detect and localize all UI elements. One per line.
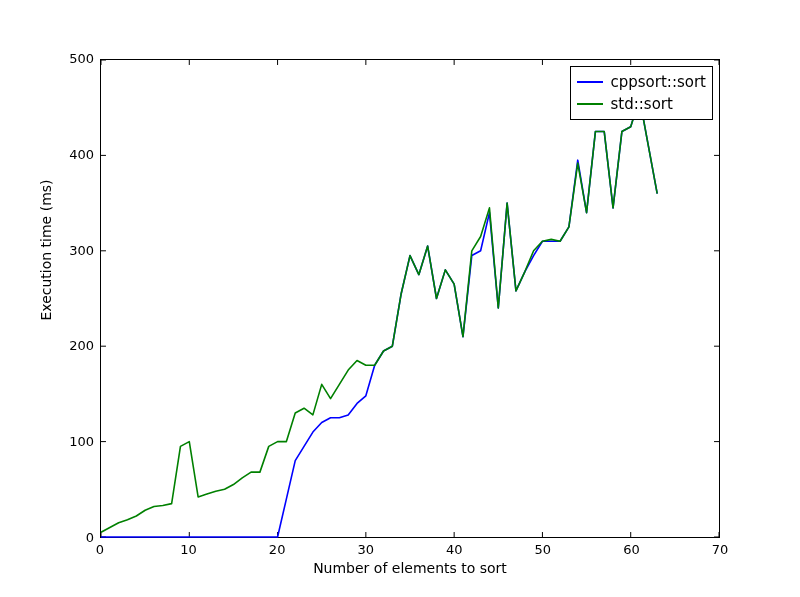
x-axis-label: Number of elements to sort: [100, 560, 720, 576]
series-line-1: [101, 98, 657, 532]
x-tick-label: 70: [710, 542, 730, 557]
x-tick-label: 10: [179, 542, 199, 557]
y-axis-label: Execution time (ms): [38, 120, 54, 380]
legend-entry: cppsort::sort: [577, 71, 706, 93]
y-tick-label: 400: [69, 147, 94, 162]
x-tick-label: 30: [356, 542, 376, 557]
legend-swatch: [577, 81, 603, 83]
y-tick-label: 200: [69, 338, 94, 353]
figure: cppsort::sortstd::sort 010203040506070 0…: [0, 0, 800, 597]
x-tick-label: 60: [621, 542, 641, 557]
legend-label: std::sort: [611, 95, 673, 113]
legend-swatch: [577, 103, 603, 105]
legend-entry: std::sort: [577, 93, 706, 115]
legend-label: cppsort::sort: [611, 73, 706, 91]
x-tick-label: 40: [444, 542, 464, 557]
series-line-0: [101, 98, 657, 537]
y-tick-label: 300: [69, 243, 94, 258]
x-tick-label: 50: [533, 542, 553, 557]
y-tick-label: 500: [69, 51, 94, 66]
legend: cppsort::sortstd::sort: [570, 66, 713, 120]
y-tick-label: 0: [86, 530, 94, 545]
plot-axes: cppsort::sortstd::sort: [100, 59, 720, 538]
y-tick-label: 100: [69, 434, 94, 449]
plot-area: [101, 60, 719, 537]
x-tick-label: 20: [267, 542, 287, 557]
